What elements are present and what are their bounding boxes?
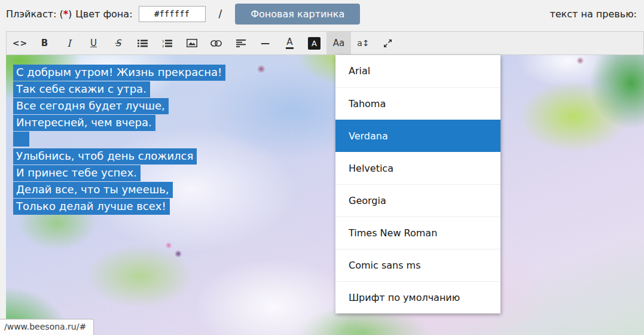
font-size-icon: a↕ — [357, 38, 369, 48]
preview-text-label: текст на превью: — [550, 8, 637, 20]
text-color-button[interactable]: A — [277, 32, 302, 54]
text-line: Интересней, чем вчера. — [13, 115, 644, 132]
insert-image-button[interactable] — [179, 32, 204, 54]
insert-link-button[interactable] — [204, 32, 228, 54]
align-button[interactable] — [228, 32, 253, 54]
topbar: Плэйкаст: (*) Цвет фона: / Фоновая карти… — [0, 0, 644, 28]
font-option-verdana[interactable]: Verdana — [335, 120, 500, 152]
italic-button[interactable]: I — [57, 32, 81, 54]
text-line: И принес тебе успех. — [13, 165, 644, 182]
font-option-default[interactable]: Шрифт по умолчанию — [335, 281, 500, 313]
background-image-button[interactable]: Фоновая картинка — [235, 4, 360, 25]
svg-text:2: 2 — [162, 44, 164, 47]
font-option-times-new-roman[interactable]: Times New Roman — [335, 217, 500, 249]
horizontal-rule-button[interactable]: — — [253, 32, 277, 54]
required-asterisk: * — [63, 8, 68, 20]
playcast-label: Плэйкаст: — [6, 8, 56, 20]
text-line: Все сегодня будет лучше, — [13, 98, 644, 115]
editor-toolbar: <> B I U S 12 — A A Aa a↕ — [6, 31, 644, 55]
code-view-button[interactable]: <> — [8, 32, 32, 54]
underline-button[interactable]: U — [81, 32, 106, 54]
horizontal-rule-icon: — — [261, 38, 270, 48]
align-icon — [236, 39, 246, 47]
text-color-icon: A — [286, 38, 293, 49]
numbered-list-icon: 12 — [162, 39, 172, 47]
bullet-list-button[interactable] — [130, 32, 155, 54]
code-icon: <> — [13, 38, 28, 48]
font-option-arial[interactable]: Arial — [335, 55, 500, 87]
font-family-icon: Aa — [333, 38, 344, 48]
svg-text:1: 1 — [162, 39, 164, 43]
status-url-tooltip: /www.beesona.ru/# — [0, 319, 94, 335]
image-icon — [187, 39, 197, 47]
text-line: С добрым утром! Жизнь прекрасна! — [13, 65, 644, 81]
text-line: Улыбнись, чтоб день сложился — [13, 148, 644, 165]
editor-canvas[interactable]: С добрым утром! Жизнь прекрасна! Так себ… — [6, 55, 644, 335]
bg-color-label: Цвет фона: — [75, 8, 132, 20]
font-option-helvetica[interactable]: Helvetica — [335, 152, 500, 184]
strikethrough-icon: S — [115, 38, 121, 48]
font-option-tahoma[interactable]: Tahoma — [335, 87, 500, 120]
background-color-icon: A — [308, 37, 321, 50]
bullet-list-icon — [138, 39, 148, 47]
bold-icon: B — [41, 38, 48, 48]
font-family-dropdown: Arial Tahoma Verdana Helvetica Georgia T… — [335, 55, 500, 313]
bg-color-input[interactable] — [139, 6, 206, 22]
text-line: Так себе скажи с утра. — [13, 81, 644, 98]
editor-text-block: С добрым утром! Жизнь прекрасна! Так себ… — [6, 55, 644, 215]
font-size-button[interactable]: a↕ — [351, 32, 376, 54]
fullscreen-icon — [383, 39, 392, 48]
font-option-georgia[interactable]: Georgia — [335, 184, 500, 217]
bold-button[interactable]: B — [32, 32, 57, 54]
separator-slash: / — [219, 8, 222, 20]
link-icon — [210, 40, 222, 47]
italic-icon: I — [67, 38, 71, 49]
font-option-comic-sans-ms[interactable]: Comic sans ms — [335, 249, 500, 281]
text-line: Делай все, что ты умеешь, — [13, 182, 644, 199]
background-color-button[interactable]: A — [302, 32, 326, 54]
strikethrough-button[interactable]: S — [106, 32, 130, 54]
required-marker: (*) — [59, 8, 72, 20]
underline-icon: U — [90, 38, 97, 48]
text-line: Только делай лучше всех! — [13, 199, 644, 215]
font-family-button[interactable]: Aa — [326, 32, 351, 54]
text-line-empty — [13, 132, 644, 148]
fullscreen-button[interactable] — [376, 32, 400, 54]
numbered-list-button[interactable]: 12 — [155, 32, 179, 54]
